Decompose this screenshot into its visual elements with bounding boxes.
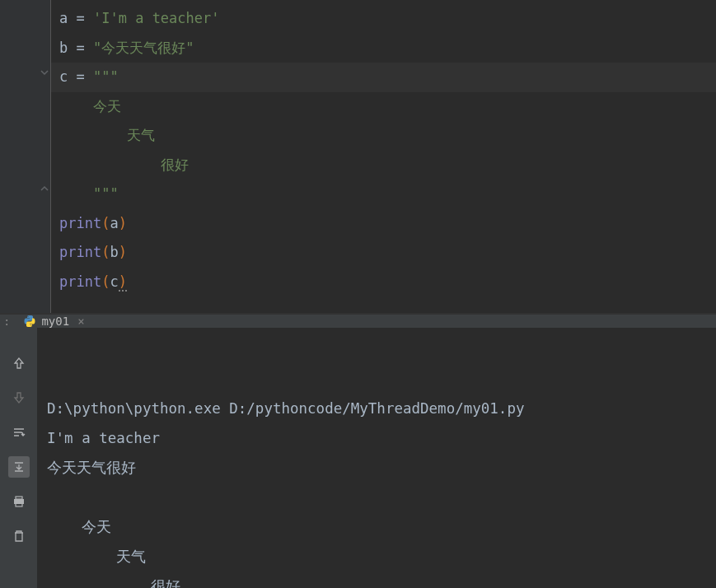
console-line: 很好: [47, 572, 706, 588]
fold-marker-icon[interactable]: [40, 68, 49, 80]
code-line[interactable]: 今天: [51, 92, 716, 122]
code-line[interactable]: print(b): [51, 238, 716, 268]
console-line: I'm a teacher: [47, 423, 706, 453]
python-icon: [23, 315, 36, 328]
code-line[interactable]: c = """: [51, 63, 716, 92]
console-line: D:\python\python.exe D:/pythoncode/MyThr…: [47, 394, 706, 423]
print-icon[interactable]: [8, 491, 30, 512]
console-line: 今天: [47, 512, 706, 542]
close-icon[interactable]: ×: [74, 315, 84, 328]
trash-icon[interactable]: [8, 525, 30, 547]
code-line[interactable]: b = "今天天气很好": [51, 34, 716, 63]
arrow-down-icon[interactable]: [8, 387, 30, 408]
arrow-up-icon[interactable]: [8, 352, 30, 374]
code-area[interactable]: a = 'I'm a teacher'b = "今天天气很好"c = """ 今…: [51, 0, 716, 313]
code-line[interactable]: a = 'I'm a teacher': [51, 4, 716, 34]
code-line[interactable]: 天气: [51, 121, 716, 151]
console-line: 今天天气很好: [47, 453, 706, 483]
svg-rect-0: [16, 497, 22, 499]
run-tool-header: : my01 ×: [0, 315, 716, 328]
run-tab-name: my01: [41, 315, 69, 328]
console-line: [47, 483, 706, 512]
editor-pane: a = 'I'm a teacher'b = "今天天气很好"c = """ 今…: [0, 0, 716, 313]
code-line[interactable]: 很好: [51, 151, 716, 180]
editor-gutter: [0, 0, 51, 313]
console-line: 天气: [47, 542, 706, 572]
console-output[interactable]: D:\python\python.exe D:/pythoncode/MyThr…: [37, 328, 716, 588]
console-toolbar: [0, 328, 37, 588]
soft-wrap-icon[interactable]: [8, 422, 30, 443]
fold-marker-icon[interactable]: [40, 184, 49, 196]
scroll-to-end-icon[interactable]: [8, 456, 30, 478]
console-pane: D:\python\python.exe D:/pythoncode/MyThr…: [0, 328, 716, 588]
run-tab[interactable]: my01 ×: [16, 315, 91, 328]
run-label-prefix: :: [0, 315, 16, 328]
code-line[interactable]: print(c): [51, 268, 716, 297]
code-line[interactable]: """: [51, 180, 716, 209]
code-line[interactable]: print(a): [51, 209, 716, 239]
